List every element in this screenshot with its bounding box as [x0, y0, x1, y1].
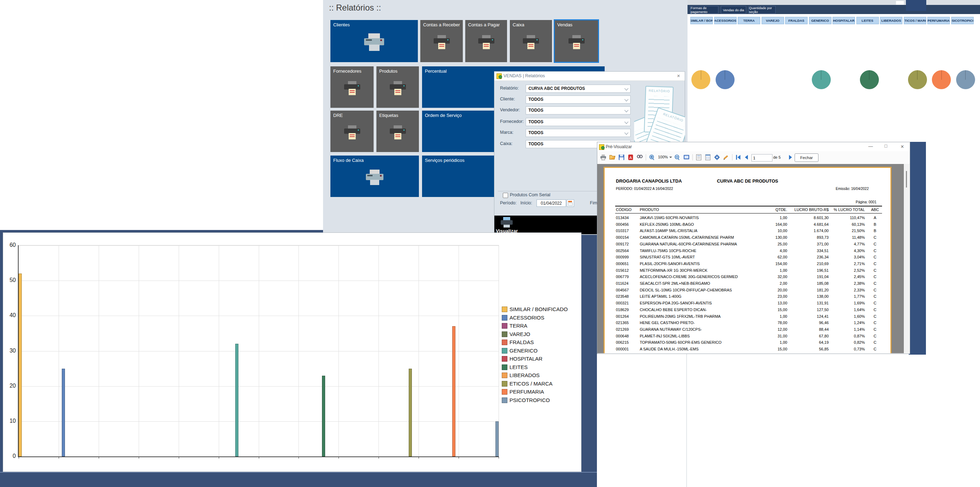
combo-value: CURVA ABC DE PRODUTOS: [528, 86, 585, 91]
table-cell: 0,82%: [830, 340, 865, 344]
prev-page-button[interactable]: [743, 154, 750, 161]
category-button-varejo[interactable]: VAREJO: [762, 17, 784, 24]
table-cell: B: [869, 222, 881, 226]
table-cell: 1,00: [752, 340, 787, 344]
report-tile-fluxo-de-caixa[interactable]: Fluxo de Caixa: [331, 156, 419, 197]
combo-cliente[interactable]: TODOS: [526, 95, 631, 103]
report-tile-vendas[interactable]: Vendas: [554, 20, 598, 62]
divider: [615, 213, 882, 213]
legend-swatch: [502, 331, 508, 337]
preview-titlebar[interactable]: Pré-Visualizar — □ ×: [597, 142, 910, 151]
report-tile-clientes[interactable]: Clientes: [331, 20, 418, 62]
app-logo-icon: [599, 144, 605, 150]
table-row: 000456KEFLEX-250MG 100ML-BAGO164,004.681…: [605, 222, 891, 229]
category-button-liberados[interactable]: LIBERADOS: [880, 17, 902, 24]
report-tile-caixa[interactable]: Caixa: [510, 20, 552, 62]
edit-icon[interactable]: [723, 154, 729, 161]
close-icon[interactable]: ×: [677, 73, 680, 79]
category-button-psicotropico[interactable]: PSICOTROPICO: [951, 17, 974, 24]
table-cell: ALFAST-10AMP 5ML-CRISTALIA: [640, 229, 756, 233]
inicio-date-field[interactable]: 01/04/2022: [536, 199, 566, 207]
table-cell: 2,38%: [830, 281, 865, 285]
column-header-5: ABC: [869, 207, 881, 212]
category-button-fraldas[interactable]: FRALDAS: [785, 17, 808, 24]
combo-relatrio[interactable]: CURVA ABC DE PRODUTOS: [526, 84, 631, 93]
table-cell: 018629: [616, 307, 638, 312]
category-button-acessorios[interactable]: ACESSORIOS: [714, 17, 737, 24]
category-button-similar-bon[interactable]: SIMILAR / BON: [690, 17, 713, 24]
category-button-leites[interactable]: LEITES: [856, 17, 879, 24]
find-icon[interactable]: [636, 154, 643, 161]
report-tile-fornecedores[interactable]: Fornecedores: [331, 66, 374, 108]
table-cell: 4,00: [752, 248, 787, 253]
maximize-icon[interactable]: □: [885, 143, 887, 148]
tab-quantidade-por-se-o[interactable]: Quantidade por seção: [749, 6, 776, 14]
x-axis-tick: [499, 457, 499, 458]
table-cell: TAMIFLU-75MG 10CPS-ROCHE: [640, 248, 756, 253]
combo-value: TODOS: [528, 130, 543, 135]
tile-label: DRE: [333, 113, 343, 118]
report-tile-contas-a-receber[interactable]: Contas a Receber: [420, 20, 463, 62]
minimize-icon[interactable]: —: [868, 143, 873, 149]
zoom-level-dropdown[interactable]: 100%: [658, 155, 668, 159]
table-cell: 334,51: [790, 248, 829, 253]
print-icon[interactable]: [600, 154, 606, 161]
category-button-terra[interactable]: TERRA: [738, 17, 760, 24]
tab-vendas-do-dia[interactable]: Vendas do dia: [721, 6, 746, 14]
combo-marca[interactable]: TODOS: [526, 129, 631, 137]
table-cell: 011624: [616, 281, 638, 285]
combo-fornecedor[interactable]: TODOS: [526, 118, 631, 126]
table-row: 000999SINUSTRAT-GTS 10ML-AVERT62,00236,3…: [605, 255, 891, 262]
report-tile-produtos[interactable]: Produtos: [376, 66, 419, 108]
next-page-button[interactable]: [787, 154, 794, 161]
category-button-perfumaria[interactable]: PERFUMARIA: [928, 17, 950, 24]
legend-label: ETICOS / MARCA: [509, 380, 553, 387]
table-cell: 371,00: [790, 242, 829, 246]
x-axis-tick: [19, 457, 19, 458]
zoom-in-icon[interactable]: [649, 154, 655, 161]
save-icon[interactable]: [618, 154, 625, 161]
legend-label: SIMILAR / BONIFICADO: [509, 306, 568, 312]
tab-formas-de-pagamento[interactable]: Formas de pagamento: [690, 6, 718, 14]
scrollbar-thumb[interactable]: [906, 171, 907, 188]
first-page-button[interactable]: [735, 154, 741, 161]
legend-label: ACESSORIOS: [509, 315, 544, 321]
combo-value: TODOS: [528, 142, 543, 146]
report-tile-etiquetas[interactable]: Etiquetas: [376, 111, 419, 152]
calendar-icon[interactable]: [567, 199, 574, 207]
printer-icon: [523, 35, 539, 50]
dialog-titlebar[interactable]: VENDAS | Relatórios ×: [495, 72, 685, 81]
maximize-box-icon[interactable]: [896, 1, 904, 5]
columns-icon[interactable]: [705, 154, 711, 161]
close-icon[interactable]: ×: [900, 143, 904, 150]
category-button-hospitalar[interactable]: HOSPITALAR: [832, 17, 855, 24]
produtos-com-serial-checkbox[interactable]: [503, 193, 508, 198]
page-number-input[interactable]: [751, 154, 773, 162]
table-cell: 56,85: [790, 347, 829, 351]
combo-vendedor[interactable]: TODOS: [526, 107, 631, 115]
table-row: 000648PLAMET-INJ 50X2ML-LIBBS31,0067,800…: [605, 334, 891, 341]
pdf-icon[interactable]: A: [627, 154, 634, 161]
category-button-generico[interactable]: GENERICO: [809, 17, 832, 24]
legend-swatch: [502, 315, 508, 321]
table-row: 000321ESPERSON-PDA 20G-SANOFI-AVENTIS13,…: [605, 301, 891, 307]
table-cell: 2,45%: [830, 275, 865, 279]
table-cell: C: [869, 334, 881, 338]
category-button-eticos-marc[interactable]: ETICOS / MARC: [904, 17, 926, 24]
table-cell: 010317: [616, 229, 638, 233]
column-header-3: LUCRO BRUTO-R$: [790, 207, 829, 212]
report-tile-contas-a-pagar[interactable]: Contas a Pagar: [465, 20, 507, 62]
thumbnails-icon[interactable]: [695, 154, 702, 161]
zoom-out-icon[interactable]: [674, 154, 681, 161]
table-row: 000001A SAUDE DA MULH.-150ML-EMS15,0056,…: [605, 347, 891, 353]
fit-screen-icon[interactable]: [683, 154, 690, 161]
column-header-2: QTDE.: [752, 207, 787, 212]
report-tile-dre[interactable]: DRE: [331, 111, 374, 152]
fechar-button[interactable]: Fechar: [795, 153, 818, 162]
chevron-down-icon[interactable]: [669, 157, 672, 158]
open-icon[interactable]: [609, 154, 616, 161]
table-cell: C: [869, 288, 881, 292]
visualizar-button[interactable]: Visualizar: [495, 216, 597, 234]
vertical-scrollbar[interactable]: [904, 164, 909, 353]
setup-icon[interactable]: [714, 154, 720, 161]
